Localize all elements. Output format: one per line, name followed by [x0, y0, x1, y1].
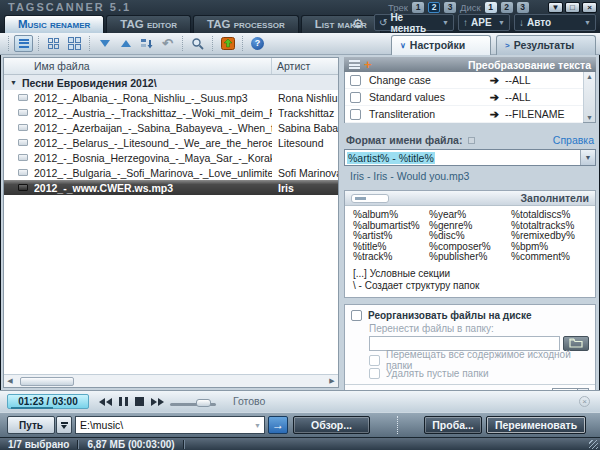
scrollbar-thumb[interactable]	[20, 377, 74, 386]
read-format-dropdown[interactable]: ↑ APE ▼	[458, 14, 510, 31]
tag-option-dropdowns: ↺ Не менять ▼ ↑ APE ▼ ↓ Авто ▼	[374, 14, 596, 31]
chevron-right-icon: >	[505, 41, 510, 50]
no-change-dropdown[interactable]: ↺ Не менять ▼	[374, 14, 454, 31]
scroll-up-icon[interactable]: ▲	[586, 73, 593, 80]
reorganize-option[interactable]: Реорганизовать файлы на диске	[351, 309, 589, 323]
tab-results[interactable]: > Результаты	[496, 35, 596, 55]
group-row[interactable]: ▼ Песни Евровидения 2012\	[4, 75, 338, 90]
move-up-icon[interactable]	[116, 35, 135, 52]
move-all-option[interactable]: Перемещать всё содержимое исходной папки	[351, 354, 589, 367]
tab-music-renamer[interactable]: Music renamer	[4, 15, 104, 33]
transform-row[interactable]: Standard values ➔ --ALL	[345, 89, 583, 106]
transform-label: Transliteration	[369, 108, 435, 120]
path-input[interactable]: E:\music\ ▼	[75, 416, 265, 434]
disc-digit-3[interactable]: 3	[517, 2, 529, 13]
table-row[interactable]: 2012_-_Bosnia_Herzegovina_-_Maya_Sar_-_K…	[4, 150, 338, 165]
volume-thumb[interactable]	[196, 399, 211, 407]
format-options-icon[interactable]	[468, 137, 475, 144]
large-grid-view-icon[interactable]	[65, 35, 84, 52]
rename-button[interactable]: Переименовать	[486, 416, 586, 434]
tab-tag-processor[interactable]: TAG processor	[193, 15, 299, 33]
table-row[interactable]: 2012_-_Bulgaria_-_Sofi_Marinova_-_Love_u…	[4, 165, 338, 180]
tab-settings[interactable]: ∨ Настройки	[391, 35, 491, 55]
close-button[interactable]: ×	[582, 2, 597, 13]
group-label: Песни Евровидения 2012\	[22, 77, 157, 89]
maximize-button[interactable]: □	[565, 2, 580, 13]
browse-button[interactable]: Обзор...	[293, 416, 370, 434]
rescan-icon[interactable]	[218, 35, 237, 52]
transform-row[interactable]: Change case ➔ --ALL	[345, 72, 583, 89]
arrow-up-icon: ↑	[463, 17, 468, 28]
go-button[interactable]: →	[268, 416, 288, 434]
checkbox[interactable]	[350, 75, 361, 86]
column-header-artist[interactable]: Артист	[272, 58, 338, 74]
arrow-right-icon: ➔	[490, 74, 499, 87]
file-name: 2012_-_Austria_-_Trackshittaz_-_Woki_mit…	[34, 107, 272, 119]
placeholder-tag[interactable]: %album%	[353, 210, 429, 221]
stop-button[interactable]	[135, 397, 144, 406]
chevron-down-icon[interactable]: ▼	[254, 422, 264, 429]
table-row[interactable]: 2012_-_Albania_-_Rona_Nishliu_-_Suus.mp3…	[4, 90, 338, 105]
placeholder-tag[interactable]: %totaldiscs%	[511, 210, 595, 221]
table-row[interactable]: 2012_-_Austria_-_Trackshittaz_-_Woki_mit…	[4, 105, 338, 120]
track-digit-3[interactable]: 3	[444, 2, 456, 13]
write-mode-dropdown[interactable]: ↓ Авто ▼	[514, 14, 596, 31]
placeholder-tag[interactable]: %track%	[353, 252, 429, 263]
checkbox[interactable]	[369, 355, 380, 366]
small-grid-view-icon[interactable]	[44, 35, 63, 52]
help-icon[interactable]: ?	[248, 35, 267, 52]
disc-digit-2[interactable]: 2	[501, 2, 513, 13]
disc-digit-1[interactable]: 1	[485, 2, 497, 13]
tab-list-maker[interactable]: List maker	[301, 15, 381, 33]
table-row[interactable]: 2012_-_Azerbaijan_-_Sabina_Babayeva_-_Wh…	[4, 120, 338, 135]
help-link[interactable]: Справка	[553, 134, 594, 146]
minimize-button[interactable]: ▼	[548, 2, 563, 13]
separator	[212, 36, 213, 51]
tab-tag-editor[interactable]: TAG editor	[106, 15, 191, 33]
chevron-down-icon[interactable]: ▼	[580, 150, 595, 165]
transform-value: --FILENAME	[499, 108, 583, 120]
search-icon[interactable]	[188, 35, 207, 52]
panel-tabs: ∨ Настройки > Результаты	[391, 33, 596, 55]
placeholder-tag[interactable]: %comment%	[511, 252, 595, 263]
column-header-name[interactable]: Имя файла	[4, 58, 272, 74]
close-player-icon[interactable]: ×	[579, 396, 590, 407]
table-row-selected[interactable]: 2012_-_www.CWER.ws.mp3 Iris	[4, 180, 338, 195]
placeholders-filter-box[interactable]	[351, 194, 389, 203]
forward-button[interactable]	[151, 398, 164, 406]
collapse-triangle-icon[interactable]: ▼	[10, 79, 17, 86]
preview-button[interactable]: Проба...	[424, 416, 482, 434]
sort-icon[interactable]	[137, 35, 156, 52]
path-mode-button[interactable]: Путь	[7, 416, 55, 434]
list-view-icon[interactable]	[14, 35, 33, 52]
checkbox[interactable]	[350, 92, 361, 103]
table-row[interactable]: 2012_-_Belarus_-_Litesound_-_We_are_the_…	[4, 135, 338, 150]
down-triangle-icon	[100, 40, 110, 47]
checkbox[interactable]	[351, 310, 362, 321]
list-icon[interactable]	[349, 60, 360, 69]
settings-panel: + Преобразование текста Change case ➔ --…	[344, 57, 596, 390]
options-card: Реорганизовать файлы на диске Перенести …	[344, 304, 596, 390]
scroll-left-icon[interactable]: ◀	[4, 377, 16, 385]
gear-icon[interactable]: ⚙	[352, 16, 364, 31]
separator	[182, 36, 183, 51]
undo-icon[interactable]: ↶	[158, 35, 177, 52]
placeholder-tag[interactable]: %publisher%	[429, 252, 511, 263]
resize-grip[interactable]	[589, 440, 598, 449]
format-input[interactable]: %artist% - %title% ▼	[344, 149, 596, 166]
scroll-right-icon[interactable]: ▶	[326, 377, 338, 385]
checkbox[interactable]	[369, 368, 380, 379]
vertical-scrollbar[interactable]: ▲ ▼	[583, 72, 595, 122]
add-icon[interactable]: +	[364, 59, 372, 70]
checkbox[interactable]	[350, 109, 361, 120]
pause-button[interactable]	[119, 397, 128, 406]
rewind-button[interactable]	[99, 398, 112, 406]
placeholders-grid: %album% %albumartist% %artist% %title% %…	[345, 206, 595, 265]
move-down-icon[interactable]	[95, 35, 114, 52]
transform-row[interactable]: Transliteration ➔ --FILENAME	[345, 106, 583, 123]
placeholder-tag[interactable]: %year%	[429, 210, 511, 221]
file-list-panel: Имя файла Артист ▼ Песни Евровидения 201…	[3, 57, 339, 388]
horizontal-scrollbar[interactable]: ◀ ▶	[4, 374, 338, 387]
scroll-down-icon[interactable]: ▼	[586, 114, 593, 121]
path-mode-dropdown[interactable]	[56, 416, 72, 434]
